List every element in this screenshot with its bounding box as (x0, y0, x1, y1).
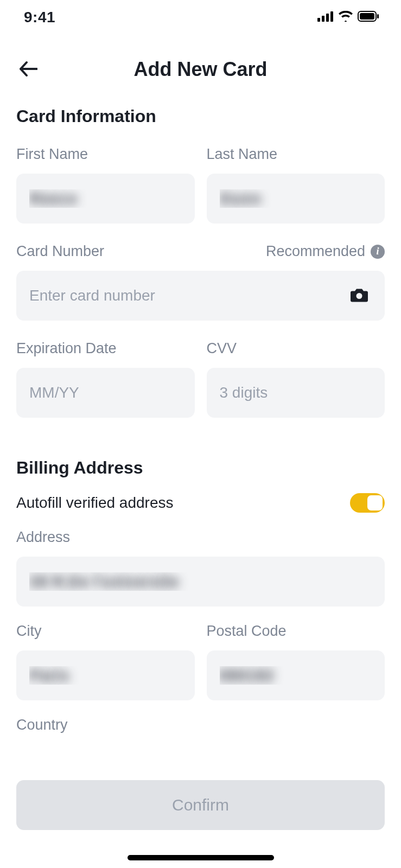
header: Add New Card (0, 48, 401, 91)
scan-card-button[interactable] (346, 283, 373, 309)
cvv-label: CVV (207, 340, 385, 357)
address-input[interactable] (16, 557, 385, 607)
camera-icon (350, 296, 368, 304)
svg-rect-3 (330, 11, 333, 22)
content: Card Information First Name Last Name Ca… (0, 106, 401, 744)
wifi-icon (338, 11, 353, 24)
svg-rect-2 (326, 14, 329, 22)
country-label: Country (16, 717, 385, 733)
svg-rect-0 (317, 18, 320, 22)
expiration-input[interactable] (16, 368, 195, 418)
status-bar: 9:41 (0, 0, 401, 35)
autofill-label: Autofill verified address (16, 494, 173, 512)
confirm-wrap: Confirm (0, 780, 401, 830)
card-number-label: Card Number (16, 243, 104, 260)
svg-rect-6 (377, 14, 379, 18)
address-label: Address (16, 529, 385, 546)
autofill-toggle[interactable] (350, 493, 385, 513)
postal-label: Postal Code (207, 623, 385, 640)
svg-rect-5 (360, 13, 374, 20)
svg-point-7 (357, 293, 362, 299)
confirm-button[interactable]: Confirm (16, 780, 385, 830)
cvv-input[interactable] (207, 368, 385, 418)
home-indicator[interactable] (128, 855, 274, 860)
card-number-input[interactable] (16, 271, 385, 321)
billing-title: Billing Address (16, 458, 385, 478)
back-button[interactable] (16, 58, 40, 81)
arrow-left-icon (19, 61, 37, 79)
card-info-title: Card Information (16, 106, 385, 126)
page-title: Add New Card (133, 58, 267, 81)
battery-icon (358, 11, 379, 24)
city-input[interactable] (16, 650, 195, 700)
first-name-input[interactable] (16, 174, 195, 224)
recommended-label: Recommended (266, 243, 365, 260)
first-name-label: First Name (16, 146, 195, 163)
last-name-input[interactable] (207, 174, 385, 224)
postal-input[interactable] (207, 650, 385, 700)
info-icon[interactable]: i (371, 245, 385, 259)
svg-rect-1 (322, 16, 324, 22)
last-name-label: Last Name (207, 146, 385, 163)
expiration-label: Expiration Date (16, 340, 195, 357)
status-time: 9:41 (24, 9, 55, 26)
city-label: City (16, 623, 195, 640)
cellular-icon (317, 11, 334, 24)
status-icons (317, 11, 379, 24)
